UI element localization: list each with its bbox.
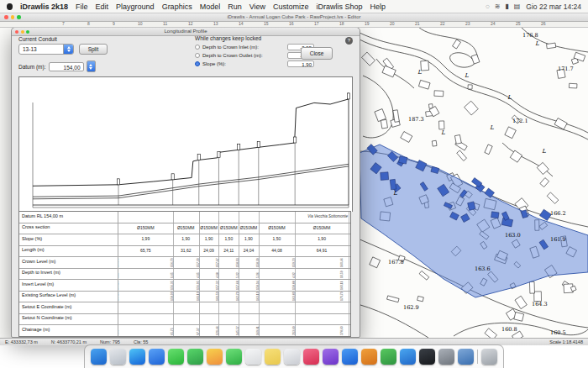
dock-icon-podcasts[interactable] bbox=[323, 349, 339, 365]
table-cell[interactable]: 1,90 bbox=[173, 236, 199, 241]
panel-zoom-icon[interactable] bbox=[26, 30, 29, 34]
panel-close-icon[interactable] bbox=[15, 30, 18, 34]
option-value-field[interactable]: 1,90 bbox=[287, 60, 314, 68]
row-cells: 0,0065,7597,37121,46145,57169,61213,6927… bbox=[118, 325, 350, 336]
menu-item-edit[interactable]: Edit bbox=[96, 3, 109, 11]
help-icon[interactable]: ? bbox=[345, 37, 353, 45]
rotated-value: 0,00 bbox=[118, 329, 119, 335]
menu-item-model[interactable]: Model bbox=[200, 3, 221, 11]
table-cell[interactable]: 65,75 bbox=[118, 248, 173, 253]
step-up-icon[interactable] bbox=[67, 46, 71, 49]
dock-icon-pages[interactable] bbox=[361, 349, 377, 365]
battery-icon[interactable]: ▮ bbox=[505, 3, 508, 10]
conduit-stepper[interactable] bbox=[63, 45, 73, 54]
split-button[interactable]: Split bbox=[79, 44, 108, 55]
wifi-icon[interactable]: ≋ bbox=[495, 3, 501, 10]
menu-items: FileEditPlaygroundGraphicsModelRunViewCu… bbox=[76, 3, 386, 11]
app-menu-name[interactable]: iDrawlis 2k18 bbox=[20, 3, 68, 11]
table-cell[interactable]: 24,04 bbox=[239, 248, 259, 253]
map-symbol-label: L bbox=[490, 124, 494, 131]
menu-item-help[interactable]: Help bbox=[370, 3, 386, 11]
window-titlebar[interactable]: iDrawlis - Annual Logan Cube Park - RawP… bbox=[0, 13, 588, 22]
menu-item-file[interactable]: File bbox=[76, 3, 88, 11]
row-cells: 2,101,654,154,185,025,064,9210,59 bbox=[118, 269, 350, 280]
control-center-icon[interactable]: ▤ bbox=[514, 3, 521, 10]
dock-icon-numbers[interactable] bbox=[381, 349, 396, 365]
menu-item-view[interactable]: View bbox=[249, 3, 265, 11]
table-cell[interactable]: 1,90 bbox=[199, 236, 219, 241]
step-up-icon[interactable] bbox=[89, 64, 92, 66]
close-button[interactable]: Close bbox=[301, 47, 333, 60]
dock-icon-terminal[interactable] bbox=[419, 349, 435, 365]
radio-icon[interactable] bbox=[195, 53, 200, 58]
table-cell[interactable]: 64,91 bbox=[295, 248, 349, 253]
radio-selected-icon[interactable] bbox=[195, 61, 200, 66]
dock-icon-settings[interactable] bbox=[438, 349, 454, 365]
panel-traffic-lights[interactable] bbox=[15, 30, 29, 34]
dock-icon-mail[interactable] bbox=[149, 349, 165, 365]
dock-icon-facetime[interactable] bbox=[226, 349, 242, 365]
apple-menu-icon[interactable] bbox=[7, 3, 13, 10]
grid-line bbox=[218, 314, 219, 325]
dock[interactable] bbox=[84, 344, 504, 368]
table-cell[interactable]: Ø150MM bbox=[295, 225, 349, 230]
dock-icon-trash[interactable] bbox=[481, 349, 497, 365]
datum-field[interactable]: 154,00 bbox=[49, 62, 84, 71]
table-cell[interactable]: 1,90 bbox=[239, 236, 259, 241]
table-cell[interactable]: Ø150MM bbox=[218, 225, 239, 230]
grid-line bbox=[295, 212, 296, 223]
conduit-select[interactable]: 13-13 bbox=[18, 44, 74, 55]
dock-icon-launchpad[interactable] bbox=[110, 349, 126, 365]
table-cell[interactable]: Ø150MM bbox=[118, 225, 173, 230]
menu-item-run[interactable]: Run bbox=[228, 3, 242, 11]
table-cell[interactable]: 1,50 bbox=[259, 236, 295, 241]
window-traffic-lights[interactable] bbox=[4, 15, 21, 19]
menubar-clock[interactable]: Gio 22 mar 14:24 bbox=[526, 3, 581, 11]
menu-item-graphics[interactable]: Graphics bbox=[162, 3, 192, 11]
grid-line bbox=[349, 280, 349, 291]
dock-icon-photos[interactable] bbox=[207, 349, 223, 365]
table-cell[interactable]: Ø150MM bbox=[239, 225, 259, 230]
zoom-window-icon[interactable] bbox=[17, 15, 21, 19]
table-cell[interactable]: Ø150MM bbox=[199, 225, 219, 230]
radio-icon[interactable] bbox=[195, 45, 200, 50]
dock-icon-finder[interactable] bbox=[91, 349, 107, 365]
table-cell[interactable]: 1,50 bbox=[218, 236, 239, 241]
dock-icon-calendar[interactable] bbox=[245, 349, 261, 365]
menu-item-playground[interactable]: Playground bbox=[116, 3, 155, 11]
search-icon[interactable]: ◌ bbox=[486, 3, 490, 10]
dock-icon-keynote[interactable] bbox=[400, 349, 416, 365]
dock-icon-app-store[interactable] bbox=[342, 349, 358, 365]
table-cell[interactable]: 1,99 bbox=[118, 236, 173, 241]
table-cell[interactable]: Ø150MM bbox=[259, 225, 295, 230]
table-cell[interactable]: 44,08 bbox=[259, 248, 295, 253]
rotated-value: 162,70 bbox=[236, 292, 239, 302]
table-cell[interactable]: 24,09 bbox=[199, 248, 219, 253]
spot-elevation-label: 161.9 bbox=[550, 236, 566, 243]
table-cell[interactable]: 31,62 bbox=[173, 248, 199, 253]
step-down-icon[interactable] bbox=[89, 67, 92, 70]
datum-stepper[interactable] bbox=[87, 60, 96, 72]
dock-icon-music[interactable] bbox=[303, 349, 319, 365]
grid-line bbox=[239, 314, 239, 325]
dock-icon-messages[interactable] bbox=[168, 349, 184, 365]
rotated-value: 157,30 bbox=[197, 258, 200, 267]
menu-item-idrawlis-shop[interactable]: iDrawlis Shop bbox=[317, 3, 363, 11]
dock-icon-maps[interactable] bbox=[187, 349, 203, 365]
row-header: Slope (%) bbox=[19, 234, 118, 245]
step-down-icon[interactable] bbox=[67, 50, 71, 52]
table-cell[interactable]: Ø150MM bbox=[173, 225, 199, 230]
dock-icon-reminders[interactable] bbox=[284, 349, 300, 365]
rotated-value: 10,59 bbox=[340, 271, 344, 279]
close-window-icon[interactable] bbox=[4, 15, 8, 19]
lock-options-group: While changes keep locked Depth to Crown… bbox=[195, 35, 314, 68]
dock-icon-notes[interactable] bbox=[265, 349, 281, 365]
minimize-window-icon[interactable] bbox=[11, 15, 15, 19]
row-header: Datum RL 154,00 m bbox=[19, 212, 118, 223]
dock-icon-xcode[interactable] bbox=[458, 349, 474, 365]
menu-item-customize[interactable]: Customize bbox=[273, 3, 309, 11]
table-cell[interactable]: 1,90 bbox=[295, 236, 349, 241]
dock-icon-safari[interactable] bbox=[129, 349, 145, 365]
panel-minimize-icon[interactable] bbox=[21, 30, 24, 34]
table-cell[interactable]: 24,11 bbox=[218, 248, 239, 253]
